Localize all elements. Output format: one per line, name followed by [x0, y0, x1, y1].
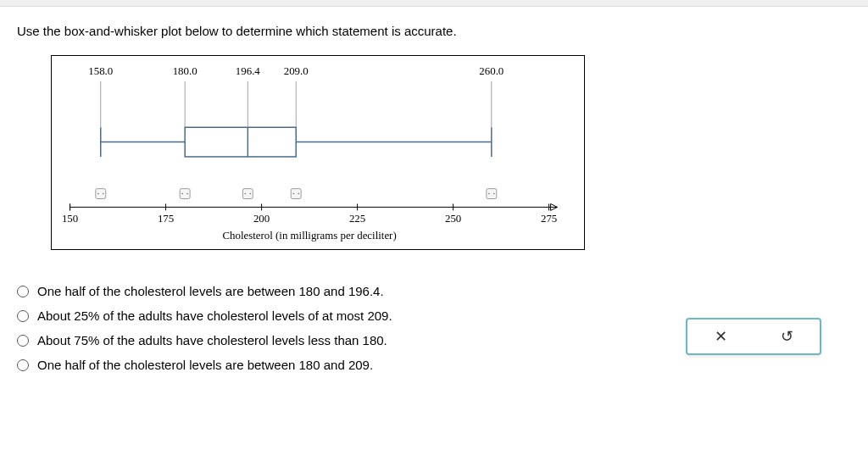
svg-point-10: [245, 193, 247, 195]
svg-point-14: [488, 193, 490, 195]
svg-point-6: [97, 193, 99, 195]
radio-icon: [17, 359, 29, 371]
reset-button[interactable]: ↺: [781, 327, 793, 346]
close-button[interactable]: ✕: [715, 327, 727, 346]
action-panel: ✕ ↺: [686, 318, 821, 355]
boxplot-chart: 150 175 200 225 250 275: [51, 55, 585, 250]
label-q1: 180.0: [173, 65, 198, 77]
option-d[interactable]: One half of the cholesterol levels are b…: [17, 358, 851, 372]
radio-icon: [17, 310, 29, 322]
svg-point-13: [298, 193, 299, 195]
handle-q3[interactable]: [291, 189, 301, 199]
tick-label: 250: [445, 213, 461, 225]
svg-point-8: [181, 193, 183, 195]
top-divider: [0, 0, 868, 7]
handle-min[interactable]: [96, 189, 106, 199]
handles: [96, 189, 497, 199]
tick-label: 200: [253, 213, 270, 225]
handle-median[interactable]: [242, 189, 253, 199]
option-a[interactable]: One half of the cholesterol levels are b…: [17, 284, 851, 298]
svg-point-15: [493, 193, 495, 195]
boxplot: [101, 81, 492, 157]
handle-max[interactable]: [487, 189, 497, 199]
svg-point-12: [292, 193, 294, 195]
label-max: 260.0: [479, 65, 504, 77]
x-axis-label: Cholesterol (in milligrams per deciliter…: [222, 230, 396, 242]
chart-svg: 150 175 200 225 250 275: [52, 56, 584, 249]
label-q3: 209.0: [284, 65, 309, 77]
tick-label: 275: [541, 213, 557, 225]
svg-point-11: [250, 193, 252, 195]
question-text: Use the box-and-whisker plot below to de…: [17, 24, 851, 38]
handle-q1[interactable]: [180, 189, 190, 199]
option-label: About 75% of the adults have cholesterol…: [37, 333, 387, 347]
radio-icon: [17, 335, 29, 347]
main-content: Use the box-and-whisker plot below to de…: [0, 7, 868, 399]
close-icon: ✕: [715, 327, 727, 346]
radio-icon: [17, 286, 29, 297]
svg-point-7: [103, 193, 104, 195]
reset-icon: ↺: [781, 327, 793, 346]
option-label: One half of the cholesterol levels are b…: [37, 284, 384, 298]
tick-label: 225: [349, 213, 365, 225]
tick-label: 150: [62, 213, 78, 225]
option-label: About 25% of the adults have cholesterol…: [37, 308, 392, 323]
tick-label: 175: [158, 213, 174, 225]
label-median: 196.4: [236, 65, 261, 77]
svg-point-9: [186, 193, 188, 195]
box: [185, 127, 296, 157]
label-min: 158.0: [88, 65, 113, 77]
option-label: One half of the cholesterol levels are b…: [37, 358, 373, 372]
